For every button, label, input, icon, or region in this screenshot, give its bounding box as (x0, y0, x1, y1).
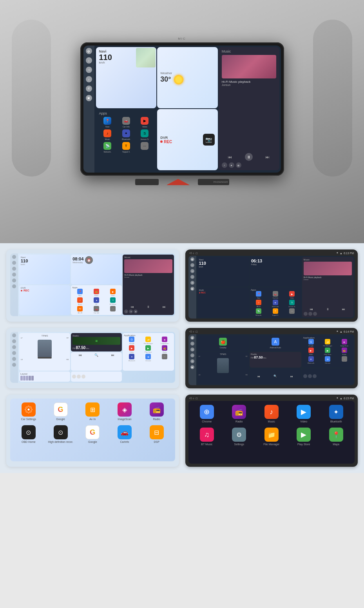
app-carinfo[interactable]: 🚗 CarInfo (110, 425, 139, 443)
mini-s2-icon-2[interactable] (12, 339, 16, 343)
weather-card[interactable]: Weather 30° (157, 47, 218, 108)
mini-dark-app-net[interactable]: 📡 Network. (251, 308, 267, 316)
mini-dark-ic1[interactable] (304, 312, 308, 316)
mini-icon-5[interactable] (12, 279, 16, 282)
square-2[interactable]: □ (196, 330, 197, 333)
mini-s2-icon-1[interactable] (12, 333, 16, 337)
mini-playstore-2[interactable]: ▶ Play Store (140, 345, 156, 353)
mini-icon-3[interactable] (12, 267, 16, 271)
mini-apps-card-1[interactable]: Apps 📍 Navi 📻 Radio ▶ Video (71, 285, 122, 315)
mini-navi-dark[interactable]: Navi 110 km/h (197, 257, 249, 287)
music-icon-1[interactable]: ♪ (222, 162, 227, 168)
mini-dark-icon-6[interactable]: ▣ (190, 287, 194, 291)
androidauto-card[interactable]: A Android Auto (250, 335, 301, 351)
mini-music-card-1[interactable]: Music Hi-Fi Music playback Junsun ⏮ ⏸ ⏭ … (123, 255, 174, 315)
dark-app-music[interactable]: ♪ Music (257, 405, 286, 423)
dark-app-filemanager[interactable]: 📁 File Manager (257, 428, 286, 446)
dark-app-settings[interactable]: ⚙ Settings (225, 428, 254, 446)
dark-app-bluetooth[interactable]: ✦ Bluetooth (322, 405, 351, 423)
radio-dark-next[interactable]: ⏭ (290, 375, 293, 378)
mini-dvr-dark-1[interactable]: DVR REC (197, 288, 249, 317)
mini-dark-app-carinfo[interactable]: 🚗 Car Info (268, 291, 284, 299)
mini-icon-2[interactable] (12, 261, 16, 265)
bottom-icon-3[interactable] (81, 375, 85, 379)
mini-music-dark-1[interactable]: Music Hi-Fi Music playback Junsun ⏮ ⏸ ⏭ (302, 257, 354, 317)
mini-google-2[interactable]: G Google (124, 337, 139, 344)
home-circle-1[interactable]: ○ (193, 252, 194, 255)
layout-card[interactable]: Layout (19, 371, 70, 382)
dark-app-btmusic[interactable]: ♫ BT Music (192, 428, 222, 446)
mini-d-radio[interactable]: 📻 Radio (337, 348, 353, 355)
mini-s2d-icon-3[interactable]: ◁ (190, 348, 194, 351)
mini-play-dark-1[interactable]: ⏸ (326, 308, 329, 311)
app-navi[interactable]: 📍 Navi (99, 117, 116, 128)
mini-next-dark-1[interactable]: ⏭ (342, 308, 345, 311)
mini-dark-icon-5[interactable]: ✆ (190, 281, 194, 285)
mini-d-chrome[interactable]: ⊕ Chrome (320, 356, 336, 364)
app-dark-card[interactable]: Application G Google 📁 File Manager ◈ I (302, 335, 354, 368)
app-dsp[interactable]: ⊟ DSP (142, 425, 171, 443)
mini-bt-2[interactable]: ✦ Bluetooth (124, 354, 139, 362)
mini-dvr-card-1[interactable]: DVR REC (19, 285, 70, 315)
mini-icon-bt[interactable]: ✦ (129, 309, 133, 313)
mini-s2d-icon-2[interactable]: ⌂ (190, 342, 194, 346)
mini-app-navi-1[interactable]: 📍 Navi (72, 289, 88, 297)
app-hdrecorder[interactable]: ⊙ High definition recor. (46, 425, 75, 443)
app-bluetooth[interactable]: ✦ Bluetooth (118, 129, 135, 140)
mini-d-imagescan[interactable]: ◈ ImageScan (337, 339, 353, 347)
back-arrow-3[interactable]: ◁ (189, 397, 191, 400)
mini-prev-1[interactable]: ⏮ (131, 305, 134, 309)
mini-dark-app-bt[interactable]: ✦ Bluetooth (268, 300, 284, 308)
mini-icon-music[interactable]: ♪ (124, 309, 128, 313)
carplay-card[interactable]: 🍎 Carplay (197, 335, 249, 351)
app-car-settings[interactable]: Car Settings (14, 402, 43, 421)
mini-filemanager-2[interactable]: 📁 File Manager (140, 337, 156, 344)
mini-apps-dark-1[interactable]: Apps 📍 Navi 🚗 Car Info ▶ Video (250, 288, 301, 317)
mini-icon-1[interactable] (12, 255, 16, 259)
mini-next-1[interactable]: ⏭ (163, 305, 166, 309)
mini-dark-ic3[interactable] (313, 312, 317, 316)
mini-s2d-icon-1[interactable]: ⏻ (190, 336, 194, 340)
mini-dark-icon-4[interactable]: ♪ (190, 275, 194, 279)
prev-button[interactable]: ⏮ (228, 155, 232, 159)
mini-icon-4[interactable] (12, 273, 16, 277)
app-imagescan[interactable]: ◈ ImageScan (110, 402, 139, 421)
hazard-button[interactable] (167, 179, 190, 185)
back-arrow-1[interactable]: ◁ (189, 251, 191, 255)
mini-s2d-icon-5[interactable]: ✆ (190, 359, 194, 363)
mini-dark-app-video[interactable]: ▶ Video (284, 291, 300, 299)
bottom-dark-icon-3[interactable] (313, 374, 317, 378)
mini-app-video-1[interactable]: ▶ Video (105, 289, 121, 297)
mini-app-avin-1[interactable]: AV AV_IN (72, 306, 88, 314)
app-junsun[interactable]: S Junsun S. (136, 129, 154, 140)
app-toppal[interactable]: T Toppal V. (118, 142, 135, 153)
mini-dark-app-navi[interactable]: 📍 Navi (251, 291, 267, 299)
mini-video-2[interactable]: ▶ Video (124, 345, 139, 353)
mini-d-playstore[interactable]: ▶ Play Store (320, 348, 336, 355)
mini-play-1[interactable]: ⏸ (147, 305, 150, 309)
navi-card[interactable]: Navi 110 km/h (96, 47, 157, 108)
music-icon[interactable]: ♪ (86, 76, 92, 82)
app-network[interactable]: 📡 Network. (99, 142, 116, 153)
mini-d-video[interactable]: ▶ Video (303, 348, 319, 355)
next-button[interactable]: ⏭ (266, 155, 270, 159)
back-arrow-2[interactable]: ◁ (189, 330, 191, 333)
mini-d-more[interactable]: ··· (337, 356, 353, 364)
radio-search[interactable]: 🔍 (94, 353, 98, 357)
home-icon[interactable]: ⌂ (86, 57, 92, 64)
dark-app-video[interactable]: ▶ Video (289, 405, 319, 423)
mini-time-card[interactable]: 08:04 Wednesday ⏰ (71, 255, 122, 284)
play-button[interactable]: ⏸ (245, 153, 253, 161)
dark-app-chrome[interactable]: ⊕ Chrome (192, 405, 222, 423)
mini-dark-icon-1[interactable]: ⏻ (190, 257, 194, 261)
dark-app-maps[interactable]: 📍 Maps (322, 428, 351, 446)
app-google[interactable]: G Google (46, 402, 75, 421)
home-circle-3[interactable]: ○ (193, 397, 194, 400)
bottom-dark-icon-1[interactable] (303, 374, 307, 378)
radio-dark-card[interactable]: Radio FM 87.50 MHz (250, 352, 301, 368)
mini-d-google[interactable]: G Google (303, 339, 319, 347)
square-1[interactable]: □ (196, 252, 197, 255)
radio-card-2[interactable]: Radio ≋ FM 87.50 MHz (71, 333, 122, 351)
mini-dark-app-junsun[interactable]: S Junsun S. (284, 300, 300, 308)
radio-next[interactable]: ⏭ (111, 353, 114, 357)
